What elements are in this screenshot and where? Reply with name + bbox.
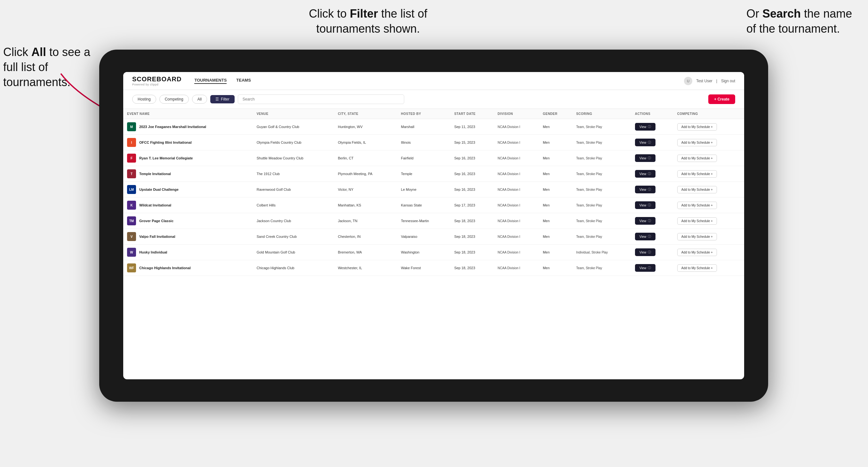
add-to-schedule-button[interactable]: Add to My Schedule + — [677, 264, 717, 272]
cell-city-state: Berlin, CT — [334, 150, 397, 166]
team-logo: I — [127, 138, 136, 147]
add-to-schedule-button[interactable]: Add to My Schedule + — [677, 170, 717, 178]
event-name-text: Valpo Fall Invitational — [139, 235, 175, 239]
annotation-top-right: Or Search the name of the tournament. — [746, 6, 859, 36]
cell-event-name: I OFCC Fighting Illini Invitational — [123, 135, 253, 150]
table-row: WF Chicago Highlands Invitational Chicag… — [123, 260, 744, 276]
cell-division: NCAA Division I — [494, 135, 539, 150]
add-to-schedule-button[interactable]: Add to My Schedule + — [677, 217, 717, 225]
add-to-schedule-button[interactable]: Add to My Schedule + — [677, 186, 717, 193]
nav-teams[interactable]: TEAMS — [236, 78, 251, 84]
table-row: F Ryan T. Lee Memorial Collegiate Shuttl… — [123, 150, 744, 166]
info-icon: ⓘ — [648, 266, 651, 270]
event-name-text: Grover Page Classic — [139, 219, 174, 223]
table-row: I OFCC Fighting Illini Invitational Olym… — [123, 135, 744, 150]
add-to-schedule-button[interactable]: Add to My Schedule + — [677, 139, 717, 146]
info-icon: ⓘ — [648, 187, 651, 192]
view-button[interactable]: View ⓘ — [635, 233, 656, 240]
event-name-text: Upstate Dual Challenge — [139, 188, 179, 191]
view-button[interactable]: View ⓘ — [635, 264, 656, 272]
cell-event-name: TM Grover Page Classic — [123, 213, 253, 229]
filter-button[interactable]: ☰ Filter — [210, 95, 235, 103]
hosting-button[interactable]: Hosting — [132, 95, 156, 104]
cell-scoring: Team, Stroke Play — [572, 166, 631, 182]
cell-hosted-by: Wake Forest — [397, 260, 450, 276]
add-to-schedule-button[interactable]: Add to My Schedule + — [677, 249, 717, 256]
annotation-top-center: Click to Filter the list of tournaments … — [288, 6, 448, 36]
view-button[interactable]: View ⓘ — [635, 186, 656, 193]
nav-tournaments[interactable]: TOURNAMENTS — [194, 78, 226, 84]
cell-city-state: Westchester, IL — [334, 260, 397, 276]
filter-label: Filter — [221, 97, 229, 101]
cell-actions: View ⓘ — [631, 245, 673, 260]
cell-venue: Guyan Golf & Country Club — [253, 119, 334, 135]
view-button[interactable]: View ⓘ — [635, 201, 656, 209]
cell-scoring: Team, Stroke Play — [572, 150, 631, 166]
cell-start-date: Sep 16, 2023 — [450, 182, 494, 197]
view-button[interactable]: View ⓘ — [635, 170, 656, 178]
cell-gender: Men — [539, 135, 572, 150]
info-icon: ⓘ — [648, 250, 651, 254]
search-input[interactable] — [238, 94, 404, 104]
cell-venue: Sand Creek Country Club — [253, 229, 334, 245]
event-name-text: Ryan T. Lee Memorial Collegiate — [139, 156, 193, 160]
cell-hosted-by: Marshall — [397, 119, 450, 135]
table-container[interactable]: EVENT NAME VENUE CITY, STATE HOSTED BY S… — [123, 109, 744, 379]
view-button[interactable]: View ⓘ — [635, 154, 656, 162]
cell-city-state: Victor, NY — [334, 182, 397, 197]
cell-start-date: Sep 17, 2023 — [450, 197, 494, 213]
cell-division: NCAA Division I — [494, 150, 539, 166]
cell-gender: Men — [539, 213, 572, 229]
cell-competing: Add to My Schedule + — [673, 245, 744, 260]
add-to-schedule-button[interactable]: Add to My Schedule + — [677, 155, 717, 162]
cell-city-state: Jackson, TN — [334, 213, 397, 229]
cell-venue: Olympia Fields Country Club — [253, 135, 334, 150]
filter-bar: Hosting Competing All ☰ Filter + Create — [123, 90, 744, 109]
cell-competing: Add to My Schedule + — [673, 197, 744, 213]
competing-button[interactable]: Competing — [159, 95, 189, 104]
cell-scoring: Team, Stroke Play — [572, 135, 631, 150]
cell-actions: View ⓘ — [631, 260, 673, 276]
cell-competing: Add to My Schedule + — [673, 260, 744, 276]
sign-out-link[interactable]: Sign out — [721, 79, 735, 83]
cell-scoring: Team, Stroke Play — [572, 213, 631, 229]
cell-actions: View ⓘ — [631, 229, 673, 245]
event-name-text: Chicago Highlands Invitational — [139, 266, 191, 270]
cell-gender: Men — [539, 150, 572, 166]
separator: | — [716, 79, 717, 83]
cell-division: NCAA Division I — [494, 119, 539, 135]
cell-venue: Shuttle Meadow Country Club — [253, 150, 334, 166]
add-to-schedule-button[interactable]: Add to My Schedule + — [677, 201, 717, 209]
cell-division: NCAA Division I — [494, 166, 539, 182]
col-start-date: START DATE — [450, 109, 494, 119]
cell-gender: Men — [539, 260, 572, 276]
col-event-name: EVENT NAME — [123, 109, 253, 119]
table-row: M 2023 Joe Feaganes Marshall Invitationa… — [123, 119, 744, 135]
cell-city-state: Olympia Fields, IL — [334, 135, 397, 150]
view-button[interactable]: View ⓘ — [635, 138, 656, 146]
cell-division: NCAA Division I — [494, 229, 539, 245]
cell-gender: Men — [539, 229, 572, 245]
cell-actions: View ⓘ — [631, 197, 673, 213]
add-to-schedule-button[interactable]: Add to My Schedule + — [677, 233, 717, 240]
user-area: U Test User | Sign out — [684, 77, 735, 85]
header: SCOREBOARD Powered by clippd TOURNAMENTS… — [123, 72, 744, 90]
view-button[interactable]: View ⓘ — [635, 217, 656, 225]
all-button[interactable]: All — [192, 95, 207, 104]
create-button[interactable]: + Create — [708, 94, 735, 104]
view-button[interactable]: View ⓘ — [635, 123, 656, 131]
cell-division: NCAA Division I — [494, 197, 539, 213]
info-icon: ⓘ — [648, 140, 651, 145]
table-row: V Valpo Fall Invitational Sand Creek Cou… — [123, 229, 744, 245]
cell-competing: Add to My Schedule + — [673, 213, 744, 229]
team-logo: LM — [127, 185, 136, 194]
add-to-schedule-button[interactable]: Add to My Schedule + — [677, 123, 717, 131]
avatar: U — [684, 77, 692, 85]
cell-start-date: Sep 18, 2023 — [450, 229, 494, 245]
info-icon: ⓘ — [648, 203, 651, 208]
col-competing: COMPETING — [673, 109, 744, 119]
filter-icon: ☰ — [215, 97, 219, 101]
table-row: T Temple Invitational The 1912 Club Plym… — [123, 166, 744, 182]
team-logo: TM — [127, 216, 136, 225]
view-button[interactable]: View ⓘ — [635, 248, 656, 256]
